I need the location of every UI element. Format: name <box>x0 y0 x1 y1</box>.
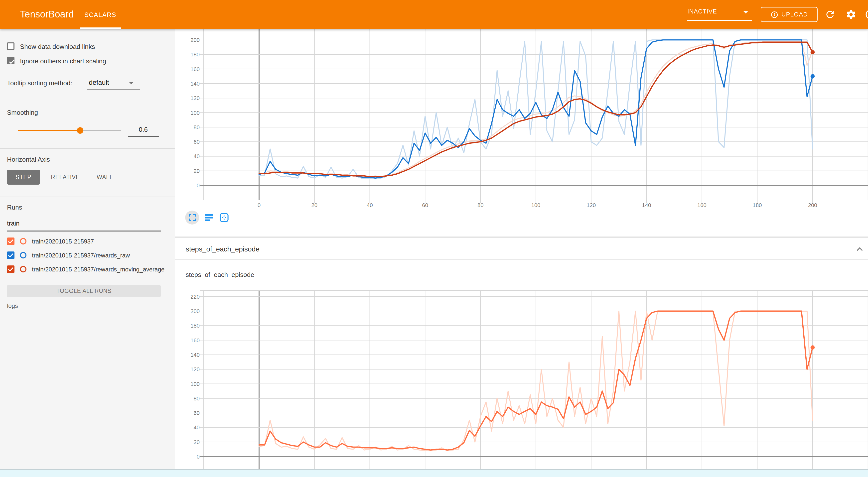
axis-option-relative[interactable]: RELATIVE <box>48 170 83 185</box>
refresh-icon[interactable] <box>825 9 836 20</box>
svg-text:80: 80 <box>477 202 484 208</box>
run-color-circle[interactable] <box>20 266 27 273</box>
run-color-circle[interactable] <box>20 252 27 258</box>
chart-title: steps_of_each_episode <box>186 271 254 278</box>
bottom-scroll-strip[interactable] <box>0 469 868 477</box>
section-title: steps_of_each_episode <box>186 238 259 260</box>
svg-text:160: 160 <box>190 66 200 72</box>
check-icon <box>7 237 14 245</box>
help-icon[interactable] <box>865 9 868 20</box>
tensorboard-app: TensorBoard SCALARS INACTIVE UPLOAD <box>0 0 868 477</box>
svg-text:40: 40 <box>194 424 200 431</box>
scalars-dashboard: 0204060801001201401601802000204060801001… <box>175 29 868 477</box>
run-label: train/20201015-215937/rewards_moving_ave… <box>32 266 171 273</box>
upload-label: UPLOAD <box>781 11 808 18</box>
svg-text:60: 60 <box>422 202 428 208</box>
svg-text:180: 180 <box>753 202 762 208</box>
tooltip-sorting-label: Tooltip sorting method: <box>7 80 72 87</box>
fit-domain-icon[interactable] <box>220 213 228 222</box>
show-download-links-label: Show data download links <box>20 43 95 51</box>
svg-text:120: 120 <box>190 95 200 101</box>
svg-text:200: 200 <box>190 308 200 314</box>
svg-text:40: 40 <box>367 202 373 208</box>
svg-text:160: 160 <box>697 202 707 208</box>
svg-text:180: 180 <box>190 323 200 329</box>
run-label: train/20201015-215937 <box>32 238 171 245</box>
svg-text:20: 20 <box>194 439 200 445</box>
tooltip-sorting-select[interactable]: default <box>89 79 109 86</box>
svg-text:100: 100 <box>190 381 200 387</box>
check-icon <box>8 58 16 65</box>
run-color-circle[interactable] <box>20 238 27 245</box>
smoothing-label: Smoothing <box>7 109 38 116</box>
ignore-outliers-label: Ignore outliers in chart scaling <box>20 57 106 65</box>
steps-of-each-episode-chart[interactable]: 020406080100120140160180200220 <box>175 264 868 477</box>
expand-icon[interactable] <box>189 214 196 221</box>
svg-text:20: 20 <box>194 168 200 174</box>
collapse-chevron-icon[interactable] <box>855 244 865 254</box>
svg-text:180: 180 <box>190 52 200 58</box>
settings-sidebar: Show data download links Ignore outliers… <box>0 29 175 477</box>
svg-text:80: 80 <box>194 395 200 402</box>
dropdown-caret-icon <box>129 82 134 84</box>
svg-text:20: 20 <box>311 202 317 208</box>
svg-text:140: 140 <box>190 352 200 358</box>
info-icon <box>770 11 778 18</box>
tab-active-underline <box>80 27 121 29</box>
svg-text:200: 200 <box>190 37 200 43</box>
check-icon <box>7 252 14 259</box>
svg-text:80: 80 <box>194 124 200 130</box>
check-icon <box>7 265 14 273</box>
dropdown-caret-icon <box>743 11 748 13</box>
app-header: TensorBoard SCALARS INACTIVE UPLOAD <box>0 0 868 29</box>
status-dropdown[interactable]: INACTIVE <box>687 0 752 29</box>
smoothing-slider-thumb[interactable] <box>76 127 83 133</box>
run-label: train/20201015-215937/rewards_raw <box>32 252 171 259</box>
show-download-links-checkbox[interactable] <box>7 42 14 50</box>
smoothing-value-input[interactable]: 0.6 <box>128 126 159 133</box>
svg-text:120: 120 <box>190 366 200 373</box>
svg-text:160: 160 <box>190 337 200 344</box>
svg-text:0: 0 <box>197 453 200 460</box>
divider <box>0 148 175 149</box>
divider <box>0 102 175 102</box>
svg-text:100: 100 <box>190 110 200 116</box>
svg-text:0: 0 <box>257 202 260 208</box>
rewards-chart[interactable]: 0204060801001201401601802000204060801001… <box>175 29 868 214</box>
settings-icon[interactable] <box>845 9 857 20</box>
axis-option-step[interactable]: STEP <box>7 170 40 185</box>
axis-option-wall[interactable]: WALL <box>92 170 118 185</box>
runs-label: Runs <box>7 203 22 211</box>
ignore-outliers-checkbox[interactable] <box>7 57 14 64</box>
svg-text:100: 100 <box>531 202 540 208</box>
upload-button[interactable]: UPLOAD <box>761 7 817 22</box>
svg-text:60: 60 <box>194 410 200 416</box>
status-label: INACTIVE <box>687 8 717 15</box>
toggle-all-runs-button[interactable]: TOGGLE ALL RUNS <box>7 285 161 297</box>
runs-group-logs-label: logs <box>7 303 18 309</box>
svg-text:200: 200 <box>808 202 817 208</box>
svg-text:40: 40 <box>194 153 200 159</box>
section-header-steps-of-each-episode[interactable]: steps_of_each_episode <box>175 238 868 260</box>
runs-filter-input[interactable]: train <box>7 220 20 227</box>
divider <box>0 197 175 197</box>
run-checkbox[interactable] <box>7 252 14 259</box>
svg-text:120: 120 <box>587 202 596 208</box>
horizontal-axis-label: Horizontal Axis <box>7 156 50 163</box>
alignment-icon[interactable] <box>205 214 213 222</box>
app-title: TensorBoard <box>20 0 73 29</box>
run-checkbox[interactable] <box>7 237 14 245</box>
tab-scalars[interactable]: SCALARS <box>80 0 121 29</box>
svg-text:60: 60 <box>194 139 200 145</box>
svg-text:140: 140 <box>190 81 200 87</box>
svg-text:220: 220 <box>190 294 200 300</box>
svg-text:140: 140 <box>642 202 651 208</box>
run-checkbox[interactable] <box>7 265 14 273</box>
svg-text:0: 0 <box>197 182 200 189</box>
